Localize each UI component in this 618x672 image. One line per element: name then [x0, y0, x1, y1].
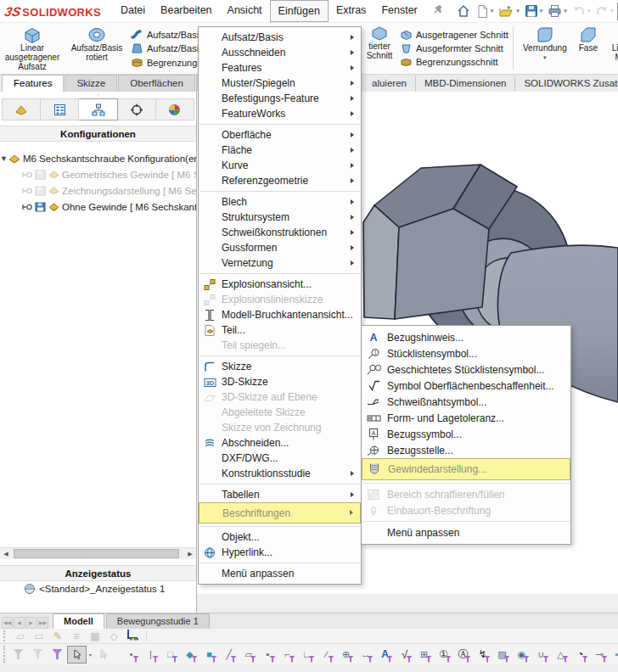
select-other-icon[interactable] [93, 646, 113, 664]
menu-item-3d-skizze-auf-ebene[interactable]: 3D-Skizze auf Ebene [199, 389, 361, 405]
filter-weld-symbols-icon[interactable] [473, 646, 492, 664]
filter-balloons-icon[interactable] [434, 646, 453, 664]
configuration-manager-tab-icon[interactable] [79, 98, 117, 120]
filter-notes-icon[interactable] [375, 646, 395, 664]
next-study-button[interactable]: ▶ [25, 617, 37, 629]
menu-item-schweisskonstruktionen[interactable]: Schweißkonstruktionen [199, 225, 361, 240]
submenu-item-bezugssymbol[interactable]: A Bezugssymbol... [362, 426, 570, 442]
filter-planes-icon[interactable]: ▱ [239, 646, 258, 664]
filter-solid-bodies-icon[interactable]: ■ [199, 646, 219, 664]
markup-comment-icon[interactable]: ▭ [30, 630, 48, 642]
submenu-item-gewindedarstellung[interactable]: Gewindedarstellung... [362, 458, 570, 480]
menu-item-konstruktionsstudie[interactable]: Konstruktionsstudie [199, 466, 361, 481]
bottom-select-cursor-icon[interactable]: ▾ [67, 646, 87, 664]
filter-weld-beads-icon[interactable]: ▨ [492, 646, 512, 664]
menu-item-tabellen[interactable]: Tabellen [199, 487, 361, 502]
menu-item-flaeche[interactable]: Fläche [199, 143, 361, 158]
clear-all-filters-icon[interactable] [28, 646, 48, 664]
menu-item-skizze-von-zeichnung[interactable]: Skizze von Zeichnung [199, 420, 361, 435]
annotation-lines-icon[interactable]: ≡ [67, 630, 86, 642]
menu-item-menue-anpassen[interactable]: Menü anpassen [199, 566, 361, 581]
menu-fenster[interactable]: Fenster [374, 0, 424, 22]
menu-item-referenzgeometrie[interactable]: Referenzgeometrie [199, 173, 361, 188]
boundary-cut-button[interactable]: Begrenzungsschnitt [400, 57, 508, 68]
menu-item-ausschneiden[interactable]: Ausschneiden [199, 45, 361, 60]
pin-menu-icon[interactable] [432, 4, 443, 18]
chamfer-button[interactable]: Fase [572, 23, 604, 74]
scrollbar-thumb[interactable] [14, 549, 179, 558]
menu-item-blech[interactable]: Blech [199, 194, 361, 210]
submenu-item-menue-anpassen[interactable]: Menü anpassen [362, 524, 570, 540]
filter-edges-icon[interactable]: | [141, 646, 160, 664]
scroll-left-arrow[interactable]: ◀ [0, 548, 12, 559]
menu-item-befestigungs-feature[interactable]: Befestigungs-Feature [199, 91, 361, 106]
tab-bewegungsstudie-1[interactable]: Bewegungsstudie 1 [106, 613, 210, 629]
menu-bearbeiten[interactable]: Bearbeiten [153, 0, 219, 22]
tab-evaluieren[interactable]: aluieren [363, 76, 416, 92]
filter-axes-icon[interactable]: ╱ [219, 646, 239, 664]
menu-item-objekt[interactable]: Objekt... [199, 529, 361, 545]
menu-item-aufsatz-basis[interactable]: Aufsatz/Basis [199, 30, 361, 45]
menu-item-abschneiden[interactable]: Abschneiden... [199, 435, 361, 451]
menu-item-hyperlink[interactable]: Hyperlink... [199, 545, 361, 560]
menu-item-beschriftungen[interactable]: Beschriftungen [199, 502, 361, 524]
filter-vertices-icon[interactable]: • [121, 646, 141, 664]
tree-item-zeichnungsdarstellung[interactable]: Zeichnungsdarstellung [ M6 Sech [0, 182, 196, 199]
panel-horizontal-scrollbar[interactable]: ◀ ▶ [0, 547, 196, 559]
lofted-cut-button[interactable]: Ausgeformter Schnitt [400, 43, 508, 54]
prev-study-button[interactable]: ◀ [14, 617, 25, 629]
filter-sketch-segments-icon[interactable]: ∟ [297, 646, 317, 664]
clear-filter-icon[interactable] [8, 646, 28, 664]
markup-drag-icon[interactable]: ◇ [104, 630, 123, 642]
markup-view-icon[interactable]: ▱ [11, 630, 30, 642]
menu-item-abgeleitete-skizze[interactable]: Abgeleitete Skizze [199, 405, 361, 420]
submenu-item-schweissnahtsymbol[interactable]: Schweißnahtsymbol... [362, 394, 570, 410]
filter-gtols-icon[interactable]: ⊞ [414, 646, 434, 664]
menu-item-oberflaeche[interactable]: Oberfläche [199, 127, 361, 143]
fillet-button[interactable]: Verrundung ▾ [518, 23, 572, 74]
filter-surface-bodies-icon[interactable]: ◆ [180, 646, 199, 664]
tree-expander-icon[interactable]: ▼ [0, 154, 8, 163]
last-study-button[interactable]: ▶▶ [37, 617, 48, 629]
revolved-cut-button[interactable]: tierter Schnitt [361, 23, 398, 74]
toggle-selection-filters-icon[interactable] [48, 646, 67, 664]
extruded-boss-button[interactable]: Linear ausgetragener Aufsatz [0, 23, 65, 74]
submenu-item-einbauort-beschriftung[interactable]: Einbauort-Beschriftung [362, 502, 570, 518]
menu-item-teil[interactable]: Teil... [199, 322, 361, 338]
submenu-item-stuecklistensymbol[interactable]: 1 Stücklistensymbol... [362, 345, 570, 361]
tree-item-geometrisches-gewinde[interactable]: Geometrisches Gewinde [ M6 Sech [0, 166, 196, 182]
menu-item-struktursystem[interactable]: Struktursystem [199, 210, 361, 225]
filter-faces-icon[interactable]: □ [160, 646, 180, 664]
redo-icon[interactable] [593, 3, 615, 19]
tab-modell[interactable]: Modell [53, 613, 104, 629]
submenu-item-symbol-oberflaechenbeschaffenheit[interactable]: Symbol Oberflächenbeschaffenheit... [362, 378, 570, 394]
menu-item-dxf-dwg[interactable]: DXF/DWG... [199, 451, 361, 466]
menu-item-skizze[interactable]: Skizze [199, 359, 361, 374]
save-icon[interactable] [523, 3, 545, 20]
filter-surface-finish-icon[interactable] [395, 646, 414, 664]
filter-connection-points-icon[interactable]: ⊸ [590, 646, 610, 664]
filter-midpoints-icon[interactable]: ∕ [317, 646, 336, 664]
tree-root-configuration[interactable]: ▼ M6 Sechskantschraube Konfiguration(en)… [0, 150, 196, 166]
tab-features[interactable]: Features [2, 75, 64, 92]
markup-draw-icon[interactable]: ✎ [48, 630, 67, 642]
fillet-dropdown-caret[interactable]: ▾ [543, 54, 547, 61]
tab-skizze[interactable]: Skizze [65, 75, 117, 92]
dimxpert-manager-tab-icon[interactable] [118, 98, 156, 120]
features-manager-tab-icon[interactable] [2, 98, 41, 120]
filter-cosmetic-threads-icon[interactable]: ∪ [531, 646, 551, 664]
filter-sketches-icon[interactable]: ⌐ [278, 646, 297, 664]
tab-oberflaechen[interactable]: Oberflächen [118, 75, 195, 92]
submenu-item-geschichtetes-stuecklistensymbol[interactable]: Geschichtetes Stücklistensymbol... [362, 361, 570, 378]
filter-routing-points-icon[interactable]: ⊶ [610, 646, 618, 664]
menu-einfuegen[interactable]: Einfügen [270, 0, 329, 22]
home-icon[interactable] [454, 2, 473, 20]
first-study-button[interactable]: ◀◀ [2, 617, 13, 629]
filter-datum-targets-icon[interactable]: △ [551, 646, 570, 664]
markup-grid-icon[interactable]: ▦ [86, 630, 104, 642]
display-manager-tab-icon[interactable] [156, 98, 194, 120]
toolbar-drag-handle[interactable] [3, 646, 5, 662]
extruded-cut-button[interactable]: Ausgetragener Schnitt [400, 30, 508, 41]
performance-evaluation-icon[interactable] [123, 629, 142, 643]
menu-item-modell-bruchkantenansicht[interactable]: Modell-Bruchkantenansicht... [199, 307, 361, 322]
